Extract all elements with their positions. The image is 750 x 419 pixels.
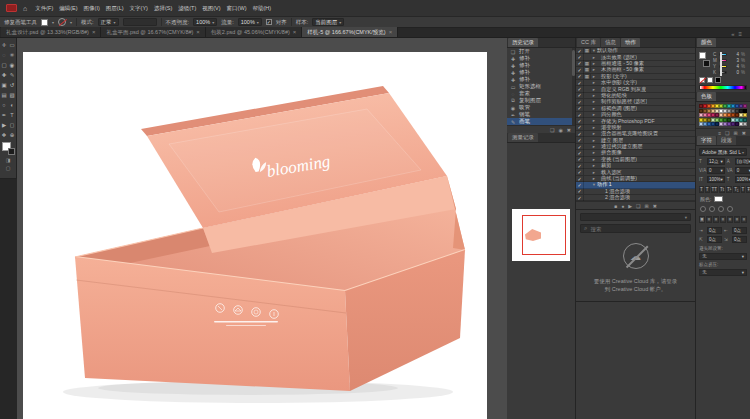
color-swatch[interactable]	[739, 104, 743, 108]
tool-eraser[interactable]: ▤	[0, 90, 8, 100]
field-value[interactable]: (自动)▾	[735, 158, 750, 165]
dialog-toggle-icon[interactable]: ▦	[584, 67, 591, 72]
toggle-item-on-icon[interactable]: ✓	[576, 156, 584, 162]
color-swatch[interactable]	[703, 118, 707, 122]
background-color-swatch[interactable]	[703, 60, 710, 67]
tool-marquee[interactable]: ▭	[8, 40, 16, 50]
color-swatch[interactable]	[731, 113, 735, 117]
stop-icon[interactable]: ■	[614, 203, 617, 209]
document-tab[interactable]: 礼盒设计.psd @ 13.33%(RGB/8#)×	[1, 27, 101, 37]
color-swatch[interactable]	[711, 118, 715, 122]
tool-brush[interactable]: ✎	[8, 70, 16, 80]
history-item[interactable]: ⧉复制图层	[507, 97, 575, 104]
tool-dodge[interactable]: ◐	[8, 100, 16, 110]
toggle-item-on-icon[interactable]: ✓	[576, 131, 584, 137]
toggle-item-on-icon[interactable]: ✓	[576, 60, 584, 66]
round-button[interactable]	[718, 206, 724, 212]
quick-mask-icon[interactable]: ◨	[0, 157, 16, 163]
document-canvas[interactable]: blooming	[23, 52, 487, 419]
no-color-swatch[interactable]	[699, 77, 705, 83]
tab-字符[interactable]: 字符	[697, 136, 716, 145]
close-icon[interactable]: ×	[389, 29, 393, 35]
close-icon[interactable]: ×	[196, 29, 200, 35]
toggle-item-on-icon[interactable]: ✓	[576, 92, 584, 98]
field-value[interactable]: 0▾	[707, 167, 725, 174]
close-icon[interactable]: ×	[92, 29, 96, 35]
field-value[interactable]: 100%▾	[707, 176, 725, 183]
type-style-button[interactable]: T₁	[733, 186, 739, 193]
channel-slider[interactable]	[719, 59, 727, 62]
color-swatch[interactable]	[707, 122, 711, 126]
color-swatch[interactable]	[711, 122, 715, 126]
field-value[interactable]: 0点	[707, 227, 722, 234]
history-item[interactable]: ◉吸管	[507, 104, 575, 111]
color-swatch[interactable]	[699, 122, 703, 126]
dialog-toggle-icon[interactable]: ▦	[584, 61, 591, 66]
type-style-button[interactable]: T	[699, 186, 704, 193]
toggle-item-on-icon[interactable]: ✓	[576, 150, 584, 156]
color-swatch[interactable]	[731, 104, 735, 108]
color-swatch[interactable]	[715, 122, 719, 126]
channel-slider[interactable]	[719, 53, 727, 56]
photoshop-logo-icon[interactable]	[6, 4, 17, 12]
toggle-item-on-icon[interactable]: ✓	[576, 182, 584, 188]
field-value[interactable]: 0点	[732, 227, 747, 234]
tab-动作[interactable]: 动作	[621, 38, 640, 47]
tool-crop[interactable]: ▢	[0, 60, 8, 70]
new-folder-icon[interactable]: ❏	[636, 203, 640, 209]
color-swatch[interactable]	[703, 113, 707, 117]
color-swatch[interactable]	[735, 122, 739, 126]
color-swatch[interactable]	[723, 122, 727, 126]
history-item[interactable]: ❏打开	[507, 48, 575, 55]
color-swatch[interactable]	[723, 104, 727, 108]
swatch-list-icon[interactable]: ≡	[718, 130, 721, 136]
sample-select[interactable]: 当前图层▾	[312, 18, 344, 26]
color-swatch[interactable]	[711, 113, 715, 117]
library-search-input[interactable]	[590, 226, 670, 232]
channel-slider[interactable]	[719, 65, 727, 68]
color-swatch[interactable]	[743, 104, 747, 108]
toggle-item-on-icon[interactable]: ✓	[576, 48, 584, 54]
scrollbar[interactable]	[572, 48, 575, 125]
close-icon[interactable]: ×	[293, 29, 297, 35]
toggle-item-on-icon[interactable]: ✓	[576, 86, 584, 92]
navigator-view-box[interactable]	[522, 215, 566, 255]
opacity-select[interactable]: 100%▾	[193, 18, 217, 26]
font-family-select[interactable]: Adobe 黑体 Std L ▾	[699, 148, 747, 156]
history-item[interactable]: ✚修补	[507, 76, 575, 83]
screen-mode-icon[interactable]: ▢	[0, 165, 16, 171]
color-swatch[interactable]	[707, 104, 711, 108]
toggle-item-on-icon[interactable]: ✓	[576, 137, 584, 143]
toggle-item-on-icon[interactable]: ✓	[576, 105, 584, 111]
round-button[interactable]	[709, 206, 715, 212]
tool-preset-swatch[interactable]	[41, 19, 48, 26]
field-value[interactable]: 0▾	[735, 167, 750, 174]
color-swatch[interactable]	[735, 109, 739, 113]
menu-item[interactable]: 选择(S)	[152, 4, 174, 13]
type-style-button[interactable]: TT	[711, 186, 719, 193]
color-swatch[interactable]	[735, 118, 739, 122]
color-swatch[interactable]	[719, 122, 723, 126]
color-swatch[interactable]	[723, 109, 727, 113]
tool-gradient[interactable]: ▨	[8, 90, 16, 100]
align-button[interactable]: ≡	[713, 216, 719, 223]
mode-select[interactable]: 正常▾	[98, 18, 119, 26]
new-document-from-state-icon[interactable]: ❏	[550, 127, 554, 133]
color-swatch[interactable]	[735, 113, 739, 117]
navigator-thumbnail[interactable]	[512, 209, 570, 261]
history-item[interactable]: ▭矩形选框	[507, 83, 575, 90]
menu-item[interactable]: 文件(F)	[33, 4, 55, 13]
menu-item[interactable]: 图像(I)	[82, 4, 102, 13]
tool-zoom[interactable]: ⊕	[8, 130, 16, 140]
type-style-button[interactable]: Tt	[719, 186, 725, 193]
new-action-icon[interactable]: ⊞	[645, 203, 649, 209]
color-swatch[interactable]	[727, 122, 731, 126]
chevron-down-icon[interactable]: ▾	[70, 20, 72, 25]
tab-color[interactable]: 颜色	[697, 38, 716, 47]
toggle-item-on-icon[interactable]: ✓	[576, 73, 584, 79]
color-swatch[interactable]	[703, 109, 707, 113]
color-spectrum-ramp[interactable]	[699, 85, 747, 90]
align-button[interactable]: ≡	[741, 216, 747, 223]
tab-swatches[interactable]: 色板	[697, 92, 716, 101]
channel-slider[interactable]	[719, 71, 727, 74]
